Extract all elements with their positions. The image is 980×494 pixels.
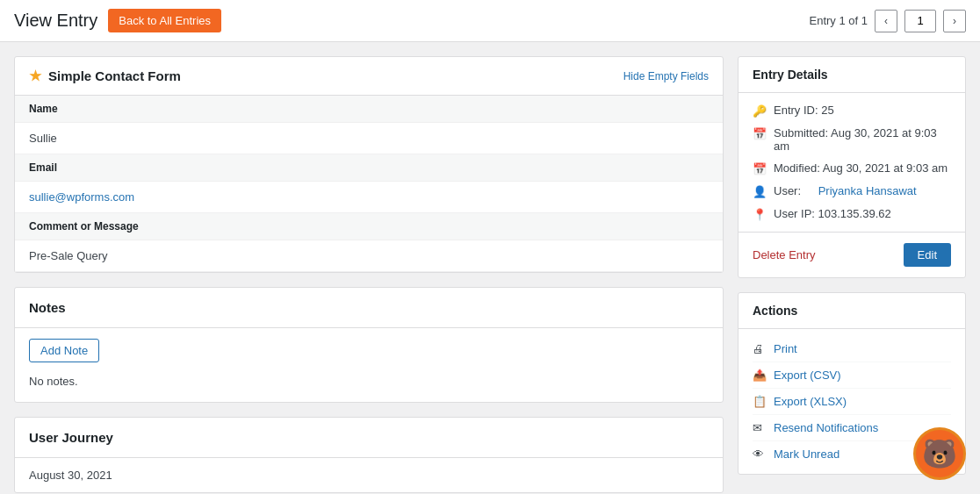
- no-notes-text: No notes.: [29, 371, 709, 391]
- email-link[interactable]: sullie@wpforms.com: [29, 190, 134, 204]
- key-icon: 🔑: [753, 104, 767, 118]
- detail-item-id: 🔑 Entry ID: 25: [753, 104, 951, 118]
- action-export-csv[interactable]: 📤 Export (CSV): [753, 362, 951, 389]
- field-row-name: Name Sullie: [15, 96, 723, 154]
- location-icon: 📍: [753, 208, 767, 221]
- top-bar-right: Entry 1 of 1 ‹ ›: [810, 10, 966, 32]
- detail-item-modified: 📅 Modified: Aug 30, 2021 at 9:03 am: [753, 161, 951, 175]
- notes-body: Add Note No notes.: [15, 328, 723, 402]
- hide-empty-fields-link[interactable]: Hide Empty Fields: [623, 70, 709, 82]
- detail-item-submitted: 📅 Submitted: Aug 30, 2021 at 9:03 am: [753, 126, 951, 153]
- entry-counter: Entry 1 of 1: [810, 14, 868, 27]
- left-column: ★ Simple Contact Form Hide Empty Fields …: [14, 56, 724, 493]
- export-csv-icon: 📤: [753, 369, 767, 382]
- user-journey-body: August 30, 2021: [15, 458, 723, 492]
- calendar-modified-icon: 📅: [753, 162, 767, 175]
- user-icon: 👤: [753, 185, 767, 198]
- page-number-input[interactable]: [904, 10, 936, 32]
- add-note-button[interactable]: Add Note: [29, 339, 99, 362]
- prev-entry-button[interactable]: ‹: [875, 10, 897, 32]
- form-panel: ★ Simple Contact Form Hide Empty Fields …: [14, 56, 724, 273]
- user-journey-panel: User Journey August 30, 2021: [14, 417, 724, 493]
- entry-details-body: 🔑 Entry ID: 25 📅 Submitted: Aug 30, 2021…: [739, 93, 965, 232]
- edit-button[interactable]: Edit: [904, 243, 951, 267]
- action-print-label: Print: [774, 342, 797, 355]
- user-ip-text: User IP: 103.135.39.62: [774, 207, 891, 220]
- action-export-xlsx[interactable]: 📋 Export (XLSX): [753, 389, 951, 415]
- action-resend-label: Resend Notifications: [774, 421, 878, 434]
- notes-title: Notes: [15, 288, 723, 328]
- star-icon: ★: [29, 68, 41, 84]
- detail-item-ip: 📍 User IP: 103.135.39.62: [753, 207, 951, 221]
- field-label-name: Name: [15, 96, 723, 123]
- page-title: View Entry: [14, 11, 97, 31]
- action-print[interactable]: 🖨 Print: [753, 336, 951, 362]
- entry-details-panel: Entry Details 🔑 Entry ID: 25 📅 Submitted…: [738, 56, 966, 278]
- entry-details-title: Entry Details: [739, 57, 965, 93]
- calendar-submitted-icon: 📅: [753, 127, 767, 140]
- field-row-email: Email sullie@wpforms.com: [15, 154, 723, 213]
- form-panel-header: ★ Simple Contact Form Hide Empty Fields: [15, 57, 723, 96]
- entry-id-text: Entry ID: 25: [774, 104, 834, 117]
- modified-text: Modified: Aug 30, 2021 at 9:03 am: [774, 161, 948, 175]
- field-value-name: Sullie: [15, 123, 723, 154]
- export-xlsx-icon: 📋: [753, 395, 767, 408]
- form-panel-title: ★ Simple Contact Form: [29, 68, 181, 84]
- entry-details-footer: Delete Entry Edit: [739, 232, 965, 277]
- mascot-icon: 🐻: [922, 440, 957, 468]
- field-value-email: sullie@wpforms.com: [15, 182, 723, 212]
- user-journey-date: August 30, 2021: [29, 469, 112, 482]
- user-label-text: User:: [774, 184, 801, 197]
- user-journey-title: User Journey: [15, 418, 723, 458]
- action-export-csv-label: Export (CSV): [774, 369, 841, 382]
- main-layout: ★ Simple Contact Form Hide Empty Fields …: [0, 42, 980, 494]
- mascot-widget[interactable]: 🐻: [913, 427, 966, 480]
- field-label-email: Email: [15, 154, 723, 182]
- resend-notifications-icon: ✉: [753, 421, 767, 434]
- field-value-comment: Pre-Sale Query: [15, 240, 723, 271]
- submitted-text: Submitted: Aug 30, 2021 at 9:03 am: [774, 126, 951, 153]
- user-name-link[interactable]: Priyanka Hansawat: [818, 184, 917, 197]
- detail-item-user: 👤 User: Priyanka Hansawat: [753, 184, 951, 198]
- form-title-text: Simple Contact Form: [48, 68, 181, 83]
- action-export-xlsx-label: Export (XLSX): [774, 395, 847, 408]
- back-to-all-entries-button[interactable]: Back to All Entries: [108, 9, 221, 32]
- delete-entry-link[interactable]: Delete Entry: [753, 248, 816, 261]
- action-mark-unread-label: Mark Unread: [774, 447, 839, 461]
- mark-unread-icon: 👁: [753, 447, 767, 461]
- field-row-comment: Comment or Message Pre-Sale Query: [15, 213, 723, 272]
- print-icon: 🖨: [753, 342, 767, 355]
- top-bar-left: View Entry Back to All Entries: [14, 9, 221, 32]
- top-bar: View Entry Back to All Entries Entry 1 o…: [0, 0, 980, 42]
- notes-panel: Notes Add Note No notes.: [14, 287, 724, 403]
- next-entry-button[interactable]: ›: [943, 10, 966, 32]
- actions-title: Actions: [739, 293, 965, 329]
- page-wrapper: View Entry Back to All Entries Entry 1 o…: [0, 0, 980, 494]
- field-label-comment: Comment or Message: [15, 213, 723, 240]
